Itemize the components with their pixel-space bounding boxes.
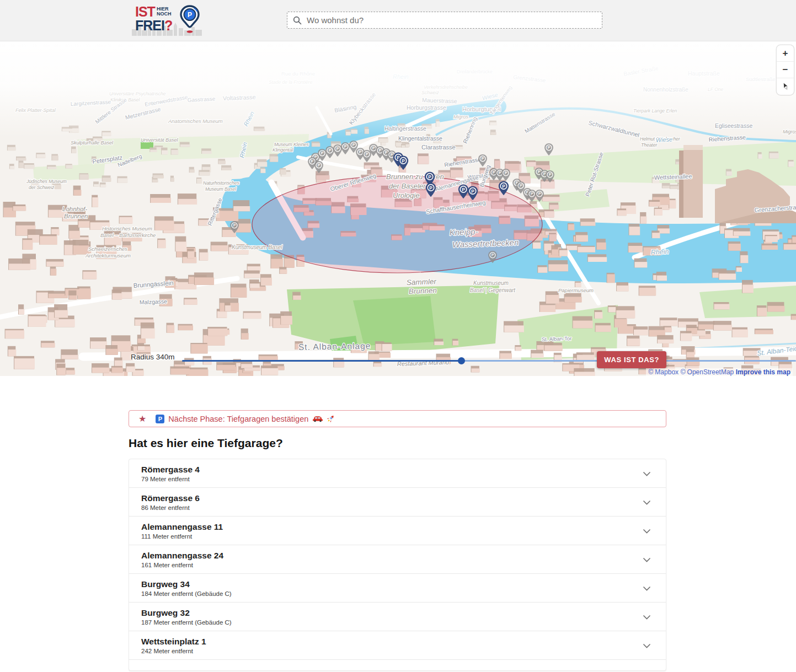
map-nav-control: + − — [777, 45, 794, 95]
item-title: Burgweg 34 — [141, 579, 654, 589]
phase-banner: ★ P Nächste Phase: Tiefgaragen bestätige… — [129, 410, 666, 427]
item-subtitle: 184 Meter entfernt (Gebäude C) — [141, 590, 654, 597]
map-label: Papiermuseum — [558, 287, 594, 293]
item-title: Römergasse 4 — [141, 465, 654, 475]
item-subtitle: 86 Meter entfernt — [141, 504, 654, 511]
banner-text: Nächste Phase: Tiefgaragen bestätigen — [168, 415, 308, 423]
compass-button[interactable] — [777, 78, 794, 95]
map-label: Kunstmuseum Basel — [232, 244, 282, 250]
star-icon: ★ — [138, 413, 146, 424]
parking-badge-icon: P — [156, 415, 164, 423]
list-item-burgweg-32[interactable]: Burgweg 32 187 Meter entfernt (Gebäude C… — [129, 603, 666, 631]
item-title: Römergasse 6 — [141, 493, 654, 503]
map-label: Kneipp- — [450, 227, 478, 237]
radius-label: Radius 340m — [131, 353, 175, 361]
item-title: Burgweg 32 — [141, 608, 654, 618]
chevron-down-icon[interactable] — [643, 497, 650, 507]
item-subtitle: 242 Meter entfernt — [141, 648, 654, 654]
search-input[interactable] — [307, 15, 596, 25]
item-title: Wettsteinplatz 1 — [141, 637, 654, 647]
logo-ist: IST — [135, 5, 155, 18]
map-label: Rhein — [650, 248, 669, 256]
map-label: Theater — [641, 142, 658, 148]
map-label: Sammler — [407, 277, 437, 287]
map-label: Kunstmuseum — [473, 280, 509, 286]
rocket-emoji-icon — [326, 415, 335, 423]
chevron-down-icon[interactable] — [643, 583, 650, 593]
map-canvas[interactable]: P — [0, 41, 796, 376]
logo-parking-pin-icon: P — [177, 4, 202, 34]
was-ist-das-button[interactable]: WAS IST DAS? — [597, 351, 666, 368]
app-header: IST HIER NOCH FREI ? P — [0, 0, 796, 41]
list-item-alemannengasse-24[interactable]: Alemannengasse 24 161 Meter entfernt — [129, 545, 666, 574]
mapbox-attribution-link[interactable]: © Mapbox — [648, 368, 679, 376]
map-label: Skulpturhalle Basel — [71, 140, 114, 146]
chevron-down-icon[interactable] — [643, 469, 650, 479]
chevron-down-icon[interactable] — [643, 526, 650, 536]
svg-text:P: P — [188, 11, 192, 19]
chevron-down-icon[interactable] — [643, 555, 650, 565]
radius-slider-thumb[interactable] — [458, 357, 465, 364]
map-label: Schweizerisches — [88, 246, 127, 252]
map-label: Universität Basel — [141, 137, 179, 143]
osm-attribution-link[interactable]: © OpenStreetMap — [680, 368, 734, 376]
map-label: Wettsteinallee — [654, 173, 692, 181]
radius-circle — [252, 176, 542, 273]
list-item-roemergasse-6[interactable]: Römergasse 6 86 Meter entfernt — [129, 488, 666, 517]
map-label: Klingental — [273, 147, 293, 153]
page-content: ★ P Nächste Phase: Tiefgaragen bestätige… — [129, 410, 666, 671]
map-label: Basel | Gegenwart — [470, 287, 516, 293]
address-list: Römergasse 4 79 Meter entfernt Römergass… — [129, 459, 666, 671]
map-label: Clarastrasse — [421, 144, 456, 150]
chevron-down-icon[interactable] — [643, 612, 650, 622]
item-subtitle: 187 Meter entfernt (Gebäude C) — [141, 619, 654, 626]
map-label: der Schweiz — [29, 185, 55, 190]
map-label: Brunnen zu Ehren — [386, 173, 444, 181]
map-label: der Baseler — [389, 182, 426, 190]
map-haze — [0, 41, 796, 138]
logo-question-mark: ? — [164, 18, 173, 33]
map-label: Architekturmuseum — [85, 252, 131, 259]
map-label: St. Alban-Tor — [542, 335, 572, 342]
zoom-out-button[interactable]: − — [777, 62, 794, 78]
radius-slider-track-filled[interactable] — [182, 360, 462, 362]
map-label: Brunnen — [409, 286, 437, 295]
map-label: Urologie — [393, 191, 419, 200]
item-subtitle: 161 Meter entfernt — [141, 562, 654, 568]
car-emoji-icon — [312, 415, 323, 422]
chevron-down-icon[interactable] — [643, 641, 650, 651]
map-label: Malzgasse — [140, 298, 168, 305]
map-label: St. Alban-Anlage — [298, 341, 371, 352]
item-title: Alemannengasse 24 — [141, 551, 654, 561]
improve-map-link[interactable]: Improve this map — [736, 368, 790, 376]
map-label: Museum Basel — [205, 186, 237, 192]
list-item-roemergasse-4[interactable]: Römergasse 4 79 Meter entfernt — [129, 459, 666, 488]
item-title: Alemannengasse 11 — [141, 522, 654, 532]
address-search[interactable] — [287, 12, 602, 29]
search-icon — [293, 16, 302, 25]
compass-icon — [781, 82, 790, 91]
logo-noch: NOCH — [157, 12, 172, 17]
map-label: Museum Kleines — [274, 142, 309, 147]
map-label: Basel – Barfüsserkirche — [100, 232, 156, 238]
app-logo[interactable]: IST HIER NOCH FREI ? P — [135, 5, 200, 38]
list-item-partial[interactable] — [129, 660, 666, 670]
map-label: Lohnhof- — [62, 206, 88, 212]
item-subtitle: 111 Meter entfernt — [141, 533, 654, 540]
zoom-in-button[interactable]: + — [777, 45, 794, 62]
page-title: Hat es hier eine Tiefgarage? — [129, 437, 666, 450]
map-label: Naturhistorisches — [203, 180, 239, 186]
list-item-wettsteinplatz-1[interactable]: Wettsteinplatz 1 242 Meter entfernt — [129, 631, 666, 660]
logo-frei: FREI — [135, 18, 164, 33]
list-item-burgweg-34[interactable]: Burgweg 34 184 Meter entfernt (Gebäude C… — [129, 574, 666, 603]
item-subtitle: 79 Meter entfernt — [141, 476, 654, 482]
map-label: Historisches Museum — [102, 225, 152, 232]
map-label: Brunnen — [64, 213, 88, 219]
map-attribution: © Mapbox © OpenStreetMap Improve this ma… — [646, 368, 793, 376]
map-label: Jüdisches Museum — [26, 179, 67, 184]
list-item-alemannengasse-11[interactable]: Alemannengasse 11 111 Meter entfernt — [129, 517, 666, 545]
